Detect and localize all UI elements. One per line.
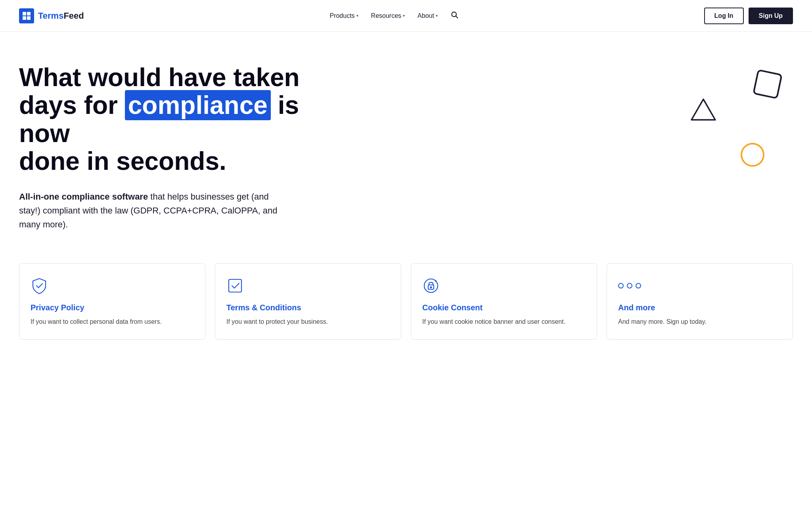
card-privacy-policy[interactable]: Privacy Policy If you want to collect pe… <box>19 263 205 340</box>
privacy-policy-desc: If you want to collect personal data fro… <box>31 317 194 327</box>
lock-circle-icon <box>422 277 440 294</box>
terms-conditions-title: Terms & Conditions <box>226 303 390 312</box>
hero-highlight: compliance <box>125 90 271 120</box>
about-chevron-icon: ▾ <box>436 13 438 18</box>
products-chevron-icon: ▾ <box>356 13 358 18</box>
logo[interactable]: TermsFeed <box>19 8 84 23</box>
hero-title: What would have takendays for compliance… <box>19 63 328 175</box>
svg-rect-6 <box>229 279 241 292</box>
svg-rect-0 <box>23 12 26 15</box>
logo-feed: Feed <box>63 11 84 21</box>
svg-rect-1 <box>27 12 31 15</box>
hero-subtitle: All-in-one compliance software that help… <box>19 190 289 232</box>
svg-point-10 <box>435 280 437 282</box>
dot-2 <box>627 283 632 288</box>
card-and-more[interactable]: And more And many more. Sign up today. <box>607 263 793 340</box>
logo-svg <box>22 11 31 21</box>
checkbox-check-icon <box>226 277 244 294</box>
and-more-icon <box>618 276 781 295</box>
resources-chevron-icon: ▾ <box>403 13 405 18</box>
card-terms-conditions[interactable]: Terms & Conditions If you want to protec… <box>215 263 401 340</box>
and-more-title: And more <box>618 303 781 312</box>
cookie-consent-desc: If you want cookie notice banner and use… <box>422 317 586 327</box>
navbar: TermsFeed Products ▾ Resources ▾ About ▾… <box>0 0 812 32</box>
search-icon <box>450 11 458 19</box>
hero-content: What would have takendays for compliance… <box>19 63 328 231</box>
square-shape-icon <box>753 69 783 99</box>
hero-decorations <box>677 63 788 190</box>
svg-rect-2 <box>23 16 26 20</box>
signup-button[interactable]: Sign Up <box>749 8 793 24</box>
nav-actions: Log In Sign Up <box>704 8 793 24</box>
terms-conditions-desc: If you want to protect your business. <box>226 317 390 327</box>
and-more-desc: And many more. Sign up today. <box>618 317 781 327</box>
logo-text: TermsFeed <box>38 11 84 21</box>
privacy-policy-title: Privacy Policy <box>31 303 194 312</box>
dot-1 <box>618 283 624 288</box>
nav-about[interactable]: About ▾ <box>417 12 438 19</box>
cookie-consent-title: Cookie Consent <box>422 303 586 312</box>
hero-subtitle-bold: All-in-one compliance software <box>19 192 148 202</box>
cards-section: Privacy Policy If you want to collect pe… <box>0 255 812 363</box>
svg-line-5 <box>456 16 458 18</box>
privacy-policy-icon <box>31 276 194 295</box>
nav-resources-label: Resources <box>371 12 401 19</box>
triangle-shape-icon <box>689 95 718 124</box>
dot-3 <box>636 283 641 288</box>
logo-terms: Terms <box>38 11 63 21</box>
svg-rect-3 <box>27 16 31 20</box>
shield-check-icon <box>31 277 48 294</box>
nav-about-label: About <box>417 12 434 19</box>
circle-shape-icon <box>741 143 764 167</box>
search-button[interactable] <box>450 11 458 21</box>
login-button[interactable]: Log In <box>704 8 744 24</box>
nav-links: Products ▾ Resources ▾ About ▾ <box>329 11 458 21</box>
logo-icon <box>19 8 34 23</box>
terms-conditions-icon <box>226 276 390 295</box>
nav-products[interactable]: Products ▾ <box>329 12 358 19</box>
card-cookie-consent[interactable]: Cookie Consent If you want cookie notice… <box>411 263 597 340</box>
nav-resources[interactable]: Resources ▾ <box>371 12 405 19</box>
svg-point-9 <box>431 287 432 288</box>
hero-section: What would have takendays for compliance… <box>0 32 812 255</box>
nav-products-label: Products <box>329 12 354 19</box>
dots-icon <box>618 283 641 288</box>
cookie-consent-icon <box>422 276 586 295</box>
